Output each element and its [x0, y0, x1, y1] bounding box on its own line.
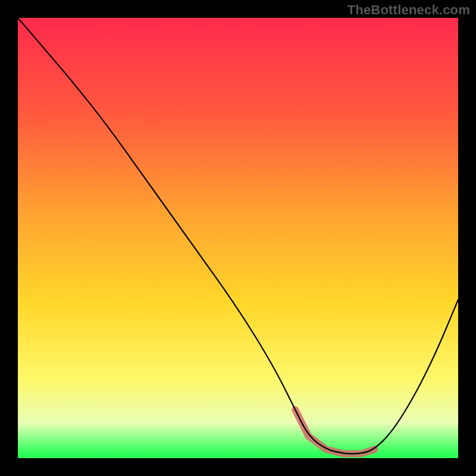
chart-frame: TheBottleneck.com [0, 0, 476, 476]
attribution-label: TheBottleneck.com [347, 2, 470, 18]
bottleneck-chart [0, 0, 476, 476]
gradient-plot-area [18, 18, 458, 458]
